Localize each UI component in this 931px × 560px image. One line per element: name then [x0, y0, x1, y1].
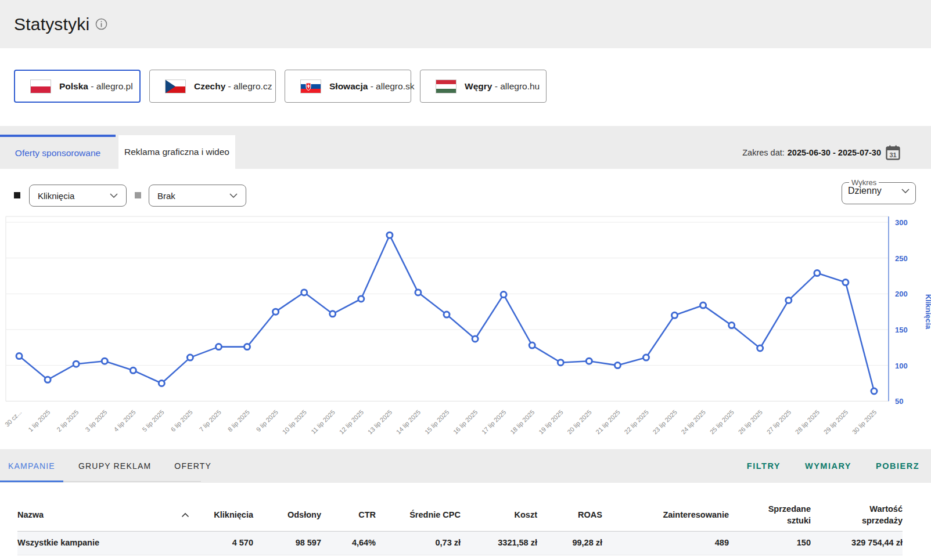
country-button-hu[interactable]: Węgry - allegro.hu	[420, 70, 547, 103]
x-tick-label: 21 lip 2025	[594, 409, 621, 436]
data-point	[672, 312, 678, 318]
table-action-filtry[interactable]: FILTRY	[747, 461, 781, 471]
country-label: Czechy - allegro.cz	[194, 81, 272, 92]
y-tick-label: 150	[895, 326, 908, 334]
data-point	[614, 363, 620, 368]
data-point	[444, 312, 450, 317]
cell-2: 4 570	[192, 537, 253, 549]
cell-4: 4,64%	[321, 537, 376, 549]
main-tab-1[interactable]: Oferty sponsorowane	[0, 135, 116, 169]
table-tab-2[interactable]: GRUPY REKLAM	[67, 449, 163, 483]
x-tick-label: 16 lip 2025	[452, 409, 479, 436]
column-header-6: Koszt	[461, 510, 537, 521]
primary-metric-select[interactable]: Kliknięcia	[29, 185, 127, 207]
x-tick-label: 11 lip 2025	[310, 409, 336, 435]
x-tick-label: 3 lip 2025	[84, 409, 108, 433]
info-icon[interactable]	[95, 18, 107, 30]
x-tick-label: 2 lip 2025	[55, 409, 80, 433]
country-selector: Polska - allegro.plCzechy - allegro.czSł…	[0, 48, 931, 126]
y-tick-label: 50	[895, 397, 903, 406]
chart-granularity-select[interactable]: Wykres Dzienny	[842, 178, 916, 204]
x-tick-label: 30 cz...	[3, 409, 23, 428]
table-row[interactable]: Wszystkie kampanie4 57098 5974,64%0,73 z…	[17, 532, 903, 555]
calendar-icon[interactable]: 31	[886, 145, 900, 160]
data-point	[159, 381, 164, 386]
column-header-1[interactable]: Nazwa	[17, 510, 192, 521]
secondary-metric-select[interactable]: Brak	[149, 185, 246, 207]
table-tab-3[interactable]: OFERTY	[163, 449, 223, 483]
data-point	[843, 280, 849, 286]
page-title: Statystyki	[14, 15, 89, 34]
x-tick-label: 19 lip 2025	[537, 409, 565, 436]
table-action-wymiary[interactable]: WYMIARY	[805, 461, 851, 471]
data-point	[814, 270, 820, 276]
x-tick-label: 23 lip 2025	[651, 409, 678, 436]
chevron-down-icon	[110, 193, 118, 198]
calendar-day-number: 31	[889, 151, 896, 158]
column-header-4: CTR	[321, 510, 376, 521]
chevron-down-icon	[229, 193, 238, 198]
data-point	[45, 377, 51, 382]
data-point	[358, 296, 364, 302]
cell-8: 489	[602, 537, 729, 549]
x-tick-label: 12 lip 2025	[338, 409, 365, 436]
date-range-label: Zakres dat:	[742, 148, 785, 157]
y-tick-label: 300	[895, 218, 908, 227]
country-label: Polska - allegro.pl	[59, 81, 133, 92]
data-point	[216, 344, 222, 350]
table-toolbar: KAMPANIEGRUPY REKLAMOFERTY FILTRYWYMIARY…	[0, 449, 931, 483]
data-point	[729, 323, 735, 328]
country-label: Węgry - allegro.hu	[465, 81, 540, 92]
data-point	[415, 290, 421, 295]
cell-3: 98 597	[253, 537, 321, 549]
country-button-cz[interactable]: Czechy - allegro.cz	[149, 70, 276, 103]
data-point	[16, 353, 22, 359]
country-label: Słowacja - allegro.sk	[329, 81, 414, 92]
country-button-sk[interactable]: Słowacja - allegro.sk	[285, 70, 411, 103]
x-tick-label: 8 lip 2025	[227, 409, 251, 433]
flag-poland-icon	[30, 80, 51, 93]
x-tick-label: 29 lip 2025	[822, 409, 850, 436]
main-tab-2[interactable]: Reklama graficzna i wideo	[118, 135, 235, 169]
x-tick-label: 20 lip 2025	[566, 409, 593, 436]
cell-5: 0,73 zł	[376, 537, 461, 549]
data-point	[586, 358, 592, 364]
x-tick-label: 30 lip 2025	[851, 409, 878, 436]
main-tab-band: Oferty sponsorowaneReklama graficzna i w…	[0, 126, 931, 169]
table-actions: FILTRYWYMIARYPOBIERZ	[747, 449, 931, 483]
data-point	[187, 355, 193, 360]
x-tick-label: 17 lip 2025	[480, 409, 508, 436]
table-action-pobierz[interactable]: POBIERZ	[876, 461, 919, 471]
data-point	[871, 388, 877, 394]
chevron-down-icon	[901, 189, 910, 193]
x-tick-label: 1 lip 2025	[27, 409, 51, 433]
x-tick-label: 25 lip 2025	[709, 409, 736, 436]
table-header-row: NazwaKliknięciaOdsłonyCTRŚrednie CPCKosz…	[17, 499, 903, 532]
data-point	[558, 360, 563, 366]
y-tick-label: 250	[895, 254, 908, 263]
y-axis-title: Kliknięcia	[924, 294, 931, 330]
x-tick-label: 15 lip 2025	[423, 409, 451, 436]
x-tick-label: 28 lip 2025	[794, 409, 821, 436]
x-tick-label: 22 lip 2025	[623, 409, 650, 436]
cell-6: 3321,58 zł	[461, 537, 537, 549]
x-tick-label: 14 lip 2025	[395, 409, 422, 436]
secondary-metric-value: Brak	[157, 191, 175, 201]
flag-czechia-icon	[165, 80, 186, 93]
date-range-value: 2025-06-30 - 2025-07-30	[788, 148, 881, 157]
country-button-pl[interactable]: Polska - allegro.pl	[14, 70, 141, 103]
cell-1: Wszystkie kampanie	[17, 537, 192, 549]
y-tick-label: 100	[895, 362, 908, 370]
data-point	[273, 309, 279, 315]
data-point	[786, 297, 792, 303]
cell-9: 150	[729, 537, 811, 549]
data-point	[130, 367, 136, 373]
date-range[interactable]: Zakres dat: 2025-06-30 - 2025-07-30 31	[742, 145, 900, 160]
table-tab-1[interactable]: KAMPANIE	[0, 449, 67, 483]
column-header-2: Kliknięcia	[192, 510, 253, 521]
x-tick-label: 26 lip 2025	[737, 409, 764, 436]
x-tick-label: 7 lip 2025	[198, 409, 222, 433]
x-tick-label: 9 lip 2025	[255, 409, 279, 433]
sort-asc-icon[interactable]	[181, 512, 189, 518]
secondary-series-swatch	[135, 192, 141, 198]
